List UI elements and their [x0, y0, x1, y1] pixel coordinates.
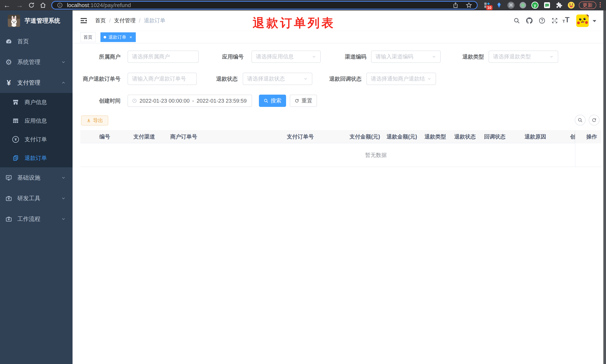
- tag-home[interactable]: 首页: [80, 32, 96, 42]
- refund-type-select[interactable]: 请选择退款类型: [489, 51, 558, 63]
- sidebar-item-infra[interactable]: 基础设施: [0, 167, 73, 188]
- chevron-down-icon: [549, 54, 554, 59]
- chevron-down-icon: [61, 217, 66, 221]
- col-actions: 操作: [586, 130, 597, 143]
- page-info-icon[interactable]: [57, 2, 63, 8]
- font-size-icon[interactable]: TT: [563, 16, 572, 23]
- app-logo-row[interactable]: 芋道管理系统: [0, 10, 73, 31]
- pay-submenu: 商户信息 应用信息 ¥ 支付订单 退款订单: [0, 93, 73, 167]
- refund-status-select[interactable]: 请选择退款状态: [243, 73, 312, 85]
- refresh-icon: [592, 117, 597, 123]
- fullscreen-icon[interactable]: [551, 17, 558, 24]
- github-icon[interactable]: [526, 17, 533, 24]
- sidebar-item-merchant-info[interactable]: 商户信息: [0, 93, 73, 112]
- merchant-refund-no-input[interactable]: 请输入商户退款订单号: [128, 73, 197, 85]
- bookmark-star-icon[interactable]: [466, 2, 472, 8]
- date-start-value: 2022-01-23 00:00:00: [140, 98, 190, 104]
- download-icon: [86, 118, 91, 123]
- extension-emoji-icon[interactable]: [567, 1, 575, 9]
- browser-reload-button[interactable]: [25, 0, 38, 10]
- page-scrollbar[interactable]: [603, 10, 606, 364]
- browser-forward-button[interactable]: →: [13, 0, 26, 10]
- filter-label-refund-type: 退款类型: [447, 51, 484, 63]
- browser-back-button[interactable]: ←: [1, 0, 13, 10]
- sidebar-item-label: 支付订单: [25, 136, 47, 143]
- extensions-puzzle-icon[interactable]: [555, 1, 563, 9]
- sidebar-item-home[interactable]: 首页: [0, 31, 73, 52]
- refresh-table-button[interactable]: [589, 115, 599, 126]
- svg-text:y: y: [534, 3, 536, 8]
- extension-chat-icon[interactable]: [543, 1, 551, 9]
- tag-refund-order[interactable]: 退款订单: [100, 32, 136, 42]
- merchant-select[interactable]: 请选择所属商户: [128, 51, 199, 63]
- col-id: 编号: [99, 130, 110, 143]
- app-logo: [8, 15, 20, 27]
- active-dot: [104, 36, 106, 39]
- help-icon[interactable]: [539, 17, 545, 24]
- extension-grid-icon[interactable]: 10: [483, 1, 491, 9]
- sidebar-item-pay[interactable]: ¥ 支付管理: [0, 72, 73, 93]
- sidebar-item-label: 支付管理: [17, 79, 40, 87]
- col-refund-status: 退款状态: [454, 130, 476, 143]
- filter-label-merchant-refund-no: 商户退款订单号: [80, 73, 120, 85]
- breadcrumb: 首页 / 支付管理 / 退款订单: [95, 10, 165, 31]
- notify-status-select[interactable]: 请选择通知商户退款结果: [367, 73, 436, 85]
- search-button[interactable]: 搜索: [259, 95, 286, 107]
- sidebar-item-system[interactable]: ⚙ 系统管理: [0, 52, 73, 72]
- breadcrumb-pay[interactable]: 支付管理: [114, 17, 136, 24]
- sidebar-item-refund-order[interactable]: 退款订单: [0, 149, 73, 167]
- yen-icon: ¥: [5, 79, 13, 87]
- toggle-search-button[interactable]: [575, 115, 586, 126]
- sidebar-item-label: 系统管理: [17, 58, 40, 66]
- extension-y-icon[interactable]: y: [531, 1, 539, 9]
- url-host: localhost: [67, 2, 89, 8]
- breadcrumb-home[interactable]: 首页: [95, 17, 106, 24]
- shop-icon: [12, 99, 19, 106]
- extension-gem-icon[interactable]: [495, 1, 503, 9]
- page-annotation-title: 退款订单列表: [253, 15, 335, 31]
- user-avatar[interactable]: [576, 14, 589, 27]
- sidebar-item-devtools[interactable]: 研发工具: [0, 188, 73, 208]
- tag-label: 首页: [83, 34, 92, 40]
- address-bar[interactable]: localhost:1024/pay/refund: [51, 1, 478, 10]
- breadcrumb-refund: 退款订单: [144, 17, 165, 24]
- chevron-down-icon: [61, 60, 66, 65]
- col-refund-type: 退款类型: [424, 130, 446, 143]
- extensions-strip: 10 ⌘ y: [483, 0, 575, 10]
- url-path: :1024/pay/refund: [89, 2, 131, 8]
- document-copy-icon: [12, 154, 19, 162]
- reset-button[interactable]: 重置: [290, 95, 317, 107]
- browser-update-button[interactable]: 更新: [579, 1, 596, 9]
- date-end-value: 2022-01-23 23:59:59: [197, 98, 247, 104]
- sidebar-item-workflow[interactable]: 工作流程: [0, 208, 73, 229]
- table-body: 暂无数据: [80, 143, 601, 167]
- col-pay-order-no: 支付订单号: [287, 130, 314, 143]
- sidebar-item-label: 应用信息: [25, 117, 47, 125]
- extension-record-icon[interactable]: [519, 1, 527, 9]
- sidebar-item-app-info[interactable]: 应用信息: [0, 112, 73, 130]
- share-icon[interactable]: [452, 2, 459, 8]
- export-button[interactable]: 导出: [81, 116, 108, 126]
- extension-command-icon[interactable]: ⌘: [507, 2, 514, 9]
- chevron-down-icon: [427, 77, 432, 81]
- create-time-range-picker[interactable]: 2022-01-23 00:00:00 - 2022-01-23 23:59:5…: [128, 95, 252, 107]
- filter-label-merchant: 所属商户: [80, 51, 120, 63]
- extension-badge: 10: [486, 5, 493, 10]
- sidebar-item-pay-order[interactable]: ¥ 支付订单: [0, 130, 73, 149]
- app-no-select[interactable]: 请选择应用信息: [251, 51, 321, 63]
- caret-down-icon[interactable]: [593, 20, 596, 22]
- filter-label-refund-status: 退款状态: [203, 73, 238, 85]
- tag-close-icon[interactable]: [129, 35, 133, 39]
- briefcase-icon: [5, 215, 13, 223]
- browser-menu-icon[interactable]: [600, 2, 601, 7]
- channel-select[interactable]: 请输入渠道编码: [371, 51, 441, 63]
- browser-home-button[interactable]: [37, 0, 49, 10]
- monitor-chart-icon: [5, 174, 13, 182]
- search-icon[interactable]: [513, 17, 520, 24]
- sidebar-item-label: 基础设施: [17, 174, 40, 182]
- col-callback-status: 回调状态: [484, 130, 506, 143]
- sidebar-item-label: 退款订单: [25, 154, 47, 162]
- table-grid-icon: [12, 117, 19, 125]
- sidebar-collapse-icon[interactable]: [79, 16, 88, 25]
- main-area: 首页 / 支付管理 / 退款订单 退款订单列表 TT 首页 退款: [73, 10, 606, 364]
